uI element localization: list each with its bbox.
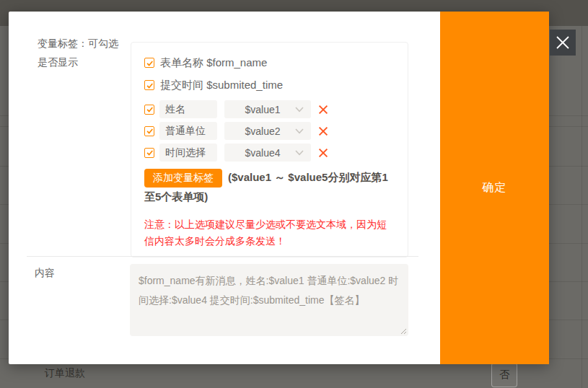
variable-select[interactable]: $value2 — [224, 122, 311, 140]
variable-tags-label: 变量标签：可勾选是否显示 — [38, 34, 124, 71]
confirm-button-label: 确定 — [483, 180, 507, 195]
confirm-button[interactable]: 确定 — [440, 12, 549, 364]
variable-select[interactable]: $value4 — [224, 144, 311, 162]
close-icon — [555, 35, 571, 50]
close-button[interactable] — [550, 30, 576, 56]
sms-variable-dialog: 变量标签：可勾选是否显示 表单名称 $form_name 提交时间 $ — [9, 12, 549, 364]
field-name-input[interactable] — [159, 122, 217, 140]
remove-icon[interactable] — [318, 126, 328, 136]
sms-warning-text: 注意：以上选项建议尽量少选或不要选文本域，因为短信内容太多时会分成多条发送！ — [144, 216, 395, 250]
variable-select-value: $value2 — [232, 125, 294, 137]
variable-row: $value4 — [144, 144, 395, 162]
check-icon — [146, 81, 154, 89]
variable-select[interactable]: $value1 — [224, 100, 311, 118]
variable-row-form-name: 表单名称 $form_name — [144, 56, 395, 70]
add-variable-tag-button[interactable]: 添加变量标签 — [144, 169, 222, 188]
chevron-down-icon — [295, 107, 304, 113]
content-textarea-wrap: $form_name有新消息，姓名:$value1 普通单位:$value2 时… — [130, 264, 408, 336]
variable-select-value: $value1 — [232, 104, 294, 115]
variable-select-value: $value4 — [232, 147, 294, 159]
check-icon — [146, 149, 154, 156]
variable-options-panel: 表单名称 $form_name 提交时间 $submited_time — [131, 42, 408, 257]
variable-row: $value1 — [144, 100, 395, 118]
field-name-input[interactable] — [159, 100, 217, 118]
checkbox[interactable] — [144, 58, 154, 68]
variable-row-label: 表单名称 $form_name — [160, 56, 267, 70]
chevron-down-icon — [295, 150, 304, 156]
check-icon — [146, 59, 154, 67]
check-icon — [146, 105, 154, 113]
content-label: 内容 — [35, 267, 55, 280]
content-textarea[interactable]: $form_name有新消息，姓名:$value1 普通单位:$value2 时… — [130, 264, 408, 336]
field-name-input[interactable] — [159, 144, 217, 162]
remove-icon[interactable] — [318, 105, 328, 115]
remove-icon[interactable] — [318, 148, 328, 158]
screen: 订单退款 否 变量标签：可勾选是否显示 表单名称 $form_name — [0, 0, 588, 388]
checkbox[interactable] — [144, 80, 154, 90]
checkbox[interactable] — [144, 126, 154, 136]
variable-row-submit-time: 提交时间 $submited_time — [144, 78, 395, 92]
background-row-label: 订单退款 — [45, 367, 85, 380]
add-variable-row: 添加变量标签($value1 ～ $value5分别对应第1至5个表单项) — [144, 168, 395, 206]
background-no-button[interactable]: 否 — [491, 363, 517, 387]
checkbox[interactable] — [144, 105, 154, 115]
checkbox[interactable] — [144, 148, 154, 158]
background-table-edge — [582, 26, 582, 388]
check-icon — [146, 127, 154, 135]
variable-row: $value2 — [144, 122, 395, 140]
section-divider — [27, 256, 418, 257]
chevron-down-icon — [295, 128, 304, 134]
variable-row-label: 提交时间 $submited_time — [160, 79, 283, 92]
